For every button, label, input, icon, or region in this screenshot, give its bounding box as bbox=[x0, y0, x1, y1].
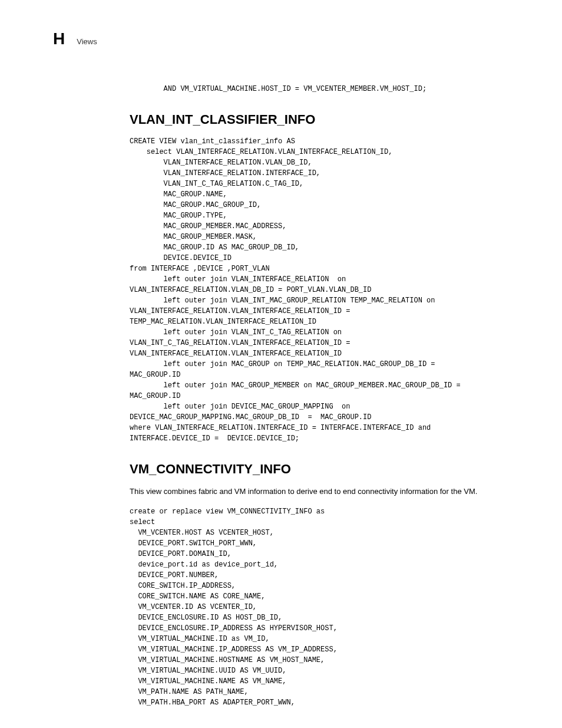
code-block-vlan: CREATE VIEW vlan_int_classifier_info AS … bbox=[130, 136, 527, 444]
appendix-letter: H bbox=[53, 29, 65, 48]
section-heading-vlan: VLAN_INT_CLASSIFIER_INFO bbox=[130, 112, 527, 127]
section-heading-vm: VM_CONNECTIVITY_INFO bbox=[130, 462, 527, 477]
page-header: H Views bbox=[53, 29, 527, 48]
page-content: AND VM_VIRTUAL_MACHINE.HOST_ID = VM_VCEN… bbox=[130, 84, 527, 708]
description-vm: This view combines fabric and VM informa… bbox=[130, 486, 527, 498]
code-block-vm: create or replace view VM_CONNECTIVITY_I… bbox=[130, 506, 527, 708]
header-title: Views bbox=[77, 37, 97, 46]
code-fragment-1: AND VM_VIRTUAL_MACHINE.HOST_ID = VM_VCEN… bbox=[130, 84, 527, 94]
